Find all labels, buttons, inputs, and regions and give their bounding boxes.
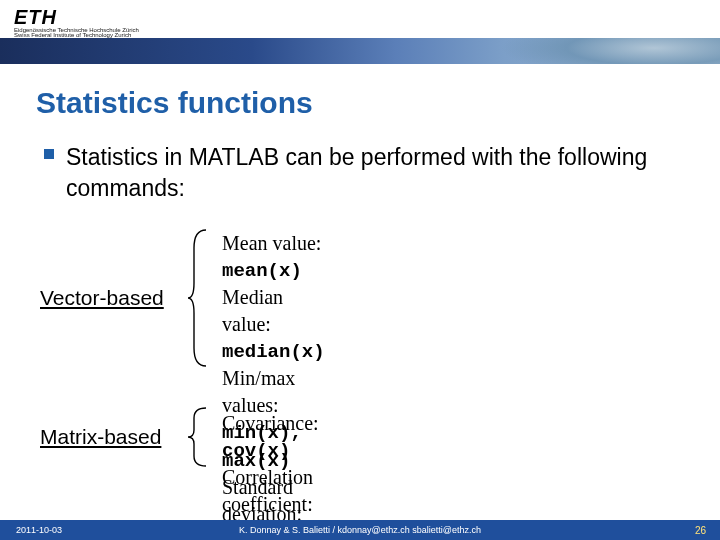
group-vector-label: Vector-based [40,286,164,310]
slide-header: ETH Eidgenössische Technische Hochschule… [0,0,720,62]
brace-icon [188,228,206,368]
footer-page-number: 26 [695,525,706,536]
logo: ETH [14,6,139,29]
cmd-desc: Mean value: [222,232,321,254]
slide-title: Statistics functions [36,86,313,120]
footer-credit: K. Donnay & S. Balietti / kdonnay@ethz.c… [239,525,481,535]
cmd-row: Mean value: mean(x) [222,230,325,284]
cmd-row: Covariance: cov(x) [222,410,347,464]
cmd-row: Median value: median(x) [222,284,325,365]
cmd-desc: Min/max values: [222,367,295,415]
cmd-code: mean(x) [222,260,302,282]
slide-footer: 2011-10-03 K. Donnay & S. Balietti / kdo… [0,520,720,540]
cmd-code: median(x) [222,341,325,363]
footer-date: 2011-10-03 [16,525,62,535]
bullet-text: Statistics in MATLAB can be performed wi… [66,142,664,204]
logo-area: ETH Eidgenössische Technische Hochschule… [14,6,139,38]
group-matrix-label: Matrix-based [40,425,161,449]
cmd-desc: Correlation coefficient: [222,466,313,514]
cmd-desc: Median value: [222,286,283,334]
bullet-icon [44,149,54,159]
brace-icon [188,406,206,468]
cmd-code: cov(x) [222,440,290,462]
header-banner [0,38,720,64]
cmd-desc: Covariance: [222,412,319,434]
bullet-item: Statistics in MATLAB can be performed wi… [44,142,664,204]
